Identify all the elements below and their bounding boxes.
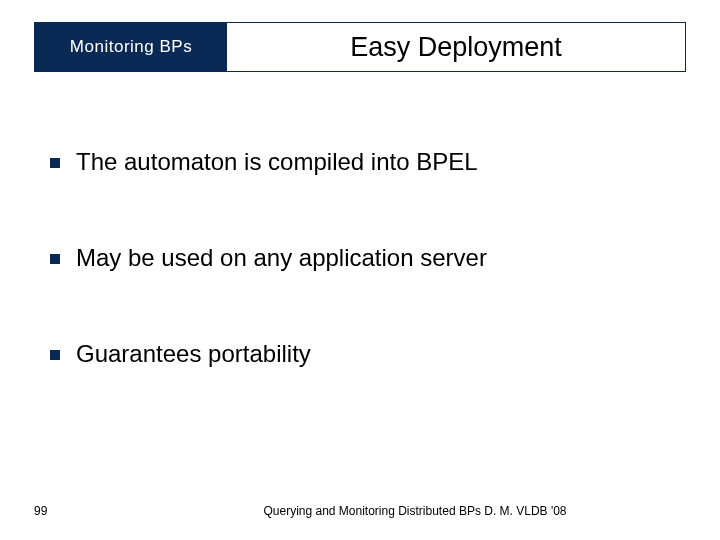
slide-header: Monitoring BPs Easy Deployment — [34, 22, 686, 72]
list-item: Guarantees portability — [50, 340, 680, 368]
bullet-text: May be used on any application server — [76, 244, 487, 272]
list-item: May be used on any application server — [50, 244, 680, 272]
bullet-icon — [50, 158, 60, 168]
slide-title: Easy Deployment — [227, 23, 685, 71]
list-item: The automaton is compiled into BPEL — [50, 148, 680, 176]
bullet-text: Guarantees portability — [76, 340, 311, 368]
slide-footer: 99 Querying and Monitoring Distributed B… — [34, 504, 686, 518]
bullet-text: The automaton is compiled into BPEL — [76, 148, 478, 176]
bullet-icon — [50, 254, 60, 264]
section-label: Monitoring BPs — [35, 23, 227, 71]
bullet-list: The automaton is compiled into BPEL May … — [50, 148, 680, 436]
page-number: 99 — [34, 504, 144, 518]
footer-citation: Querying and Monitoring Distributed BPs … — [144, 504, 686, 518]
bullet-icon — [50, 350, 60, 360]
